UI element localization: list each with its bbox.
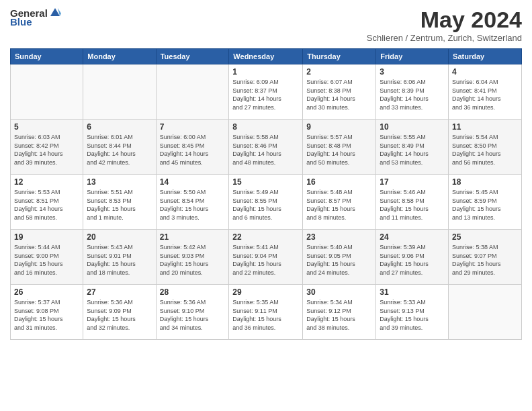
main-title: May 2024 — [367, 7, 522, 33]
table-row: 1Sunrise: 6:09 AM Sunset: 8:37 PM Daylig… — [229, 64, 303, 120]
table-row: 15Sunrise: 5:49 AM Sunset: 8:55 PM Dayli… — [229, 175, 303, 230]
table-row: 31Sunrise: 5:33 AM Sunset: 9:13 PM Dayli… — [376, 285, 449, 340]
day-info: Sunrise: 5:42 AM Sunset: 9:03 PM Dayligh… — [160, 243, 226, 277]
table-row: 13Sunrise: 5:51 AM Sunset: 8:53 PM Dayli… — [83, 175, 156, 230]
day-number: 2 — [306, 67, 372, 77]
day-number: 26 — [14, 287, 79, 297]
day-info: Sunrise: 5:36 AM Sunset: 9:10 PM Dayligh… — [160, 298, 226, 332]
header: General Blue May 2024 Schlieren / Zentru… — [10, 7, 522, 43]
table-row: 4Sunrise: 6:04 AM Sunset: 8:41 PM Daylig… — [449, 64, 522, 120]
day-info: Sunrise: 5:46 AM Sunset: 8:58 PM Dayligh… — [380, 188, 445, 222]
table-row — [83, 64, 156, 120]
day-info: Sunrise: 5:39 AM Sunset: 9:06 PM Dayligh… — [380, 243, 445, 277]
day-info: Sunrise: 6:03 AM Sunset: 8:42 PM Dayligh… — [14, 133, 79, 167]
day-number: 3 — [380, 67, 445, 77]
table-row: 12Sunrise: 5:53 AM Sunset: 8:51 PM Dayli… — [11, 175, 83, 230]
day-info: Sunrise: 5:40 AM Sunset: 9:05 PM Dayligh… — [306, 243, 372, 277]
day-info: Sunrise: 5:53 AM Sunset: 8:51 PM Dayligh… — [14, 188, 79, 222]
col-wednesday: Wednesday — [229, 49, 303, 64]
table-row: 26Sunrise: 5:37 AM Sunset: 9:08 PM Dayli… — [11, 285, 83, 340]
day-info: Sunrise: 6:04 AM Sunset: 8:41 PM Dayligh… — [452, 78, 518, 111]
table-row: 21Sunrise: 5:42 AM Sunset: 9:03 PM Dayli… — [156, 230, 229, 285]
day-info: Sunrise: 5:33 AM Sunset: 9:13 PM Dayligh… — [380, 298, 445, 332]
table-row — [156, 64, 229, 120]
table-row: 20Sunrise: 5:43 AM Sunset: 9:01 PM Dayli… — [83, 230, 156, 285]
table-row: 24Sunrise: 5:39 AM Sunset: 9:06 PM Dayli… — [376, 230, 449, 285]
table-row: 9Sunrise: 5:57 AM Sunset: 8:48 PM Daylig… — [303, 120, 376, 175]
day-number: 12 — [14, 177, 79, 187]
calendar-week-row: 26Sunrise: 5:37 AM Sunset: 9:08 PM Dayli… — [11, 285, 522, 340]
table-row: 16Sunrise: 5:48 AM Sunset: 8:57 PM Dayli… — [303, 175, 376, 230]
day-number: 7 — [160, 122, 226, 132]
calendar: Sunday Monday Tuesday Wednesday Thursday… — [10, 48, 522, 340]
day-info: Sunrise: 5:57 AM Sunset: 8:48 PM Dayligh… — [306, 133, 372, 167]
col-friday: Friday — [376, 49, 449, 64]
day-number: 20 — [87, 232, 152, 242]
day-number: 11 — [452, 122, 518, 132]
table-row: 14Sunrise: 5:50 AM Sunset: 8:54 PM Dayli… — [156, 175, 229, 230]
calendar-week-row: 5Sunrise: 6:03 AM Sunset: 8:42 PM Daylig… — [11, 120, 522, 175]
col-monday: Monday — [83, 49, 156, 64]
logo-blue: Blue — [10, 16, 32, 28]
day-number: 28 — [160, 287, 226, 297]
day-info: Sunrise: 5:34 AM Sunset: 9:12 PM Dayligh… — [306, 298, 372, 332]
table-row: 10Sunrise: 5:55 AM Sunset: 8:49 PM Dayli… — [376, 120, 449, 175]
table-row: 29Sunrise: 5:35 AM Sunset: 9:11 PM Dayli… — [229, 285, 303, 340]
day-number: 27 — [87, 287, 152, 297]
day-number: 10 — [380, 122, 445, 132]
day-number: 14 — [160, 177, 226, 187]
day-number: 29 — [232, 287, 299, 297]
col-sunday: Sunday — [11, 49, 83, 64]
day-info: Sunrise: 5:48 AM Sunset: 8:57 PM Dayligh… — [306, 188, 372, 222]
table-row: 2Sunrise: 6:07 AM Sunset: 8:38 PM Daylig… — [303, 64, 376, 120]
day-info: Sunrise: 5:55 AM Sunset: 8:49 PM Dayligh… — [380, 133, 445, 167]
day-number: 1 — [232, 67, 299, 77]
day-number: 16 — [306, 177, 372, 187]
table-row: 7Sunrise: 6:00 AM Sunset: 8:45 PM Daylig… — [156, 120, 229, 175]
day-number: 23 — [306, 232, 372, 242]
day-number: 21 — [160, 232, 226, 242]
day-number: 13 — [87, 177, 152, 187]
day-info: Sunrise: 5:45 AM Sunset: 8:59 PM Dayligh… — [452, 188, 518, 222]
table-row: 6Sunrise: 6:01 AM Sunset: 8:44 PM Daylig… — [83, 120, 156, 175]
day-number: 6 — [87, 122, 152, 132]
table-row: 17Sunrise: 5:46 AM Sunset: 8:58 PM Dayli… — [376, 175, 449, 230]
table-row: 3Sunrise: 6:06 AM Sunset: 8:39 PM Daylig… — [376, 64, 449, 120]
day-info: Sunrise: 5:44 AM Sunset: 9:00 PM Dayligh… — [14, 243, 79, 277]
page: General Blue May 2024 Schlieren / Zentru… — [0, 0, 532, 411]
day-info: Sunrise: 6:06 AM Sunset: 8:39 PM Dayligh… — [380, 78, 445, 111]
title-area: May 2024 Schlieren / Zentrum, Zurich, Sw… — [367, 7, 522, 43]
day-info: Sunrise: 5:38 AM Sunset: 9:07 PM Dayligh… — [452, 243, 518, 277]
calendar-week-row: 12Sunrise: 5:53 AM Sunset: 8:51 PM Dayli… — [11, 175, 522, 230]
table-row: 30Sunrise: 5:34 AM Sunset: 9:12 PM Dayli… — [303, 285, 376, 340]
day-number: 8 — [232, 122, 299, 132]
subtitle: Schlieren / Zentrum, Zurich, Switzerland — [367, 33, 522, 43]
day-info: Sunrise: 5:43 AM Sunset: 9:01 PM Dayligh… — [87, 243, 152, 277]
calendar-header-row: Sunday Monday Tuesday Wednesday Thursday… — [11, 49, 522, 64]
day-info: Sunrise: 6:01 AM Sunset: 8:44 PM Dayligh… — [87, 133, 152, 167]
calendar-week-row: 1Sunrise: 6:09 AM Sunset: 8:37 PM Daylig… — [11, 64, 522, 120]
day-number: 17 — [380, 177, 445, 187]
table-row: 28Sunrise: 5:36 AM Sunset: 9:10 PM Dayli… — [156, 285, 229, 340]
table-row: 19Sunrise: 5:44 AM Sunset: 9:00 PM Dayli… — [11, 230, 83, 285]
day-info: Sunrise: 6:07 AM Sunset: 8:38 PM Dayligh… — [306, 78, 372, 111]
day-info: Sunrise: 6:09 AM Sunset: 8:37 PM Dayligh… — [232, 78, 299, 111]
day-info: Sunrise: 5:54 AM Sunset: 8:50 PM Dayligh… — [452, 133, 518, 167]
day-info: Sunrise: 5:58 AM Sunset: 8:46 PM Dayligh… — [232, 133, 299, 167]
day-info: Sunrise: 5:35 AM Sunset: 9:11 PM Dayligh… — [232, 298, 299, 332]
day-info: Sunrise: 6:00 AM Sunset: 8:45 PM Dayligh… — [160, 133, 226, 167]
day-info: Sunrise: 5:51 AM Sunset: 8:53 PM Dayligh… — [87, 188, 152, 222]
table-row: 11Sunrise: 5:54 AM Sunset: 8:50 PM Dayli… — [449, 120, 522, 175]
day-number: 5 — [14, 122, 79, 132]
day-number: 30 — [306, 287, 372, 297]
col-tuesday: Tuesday — [156, 49, 229, 64]
table-row: 5Sunrise: 6:03 AM Sunset: 8:42 PM Daylig… — [11, 120, 83, 175]
day-number: 31 — [380, 287, 445, 297]
logo: General Blue — [10, 7, 61, 28]
day-number: 15 — [232, 177, 299, 187]
table-row — [449, 285, 522, 340]
table-row: 23Sunrise: 5:40 AM Sunset: 9:05 PM Dayli… — [303, 230, 376, 285]
table-row: 25Sunrise: 5:38 AM Sunset: 9:07 PM Dayli… — [449, 230, 522, 285]
day-info: Sunrise: 5:41 AM Sunset: 9:04 PM Dayligh… — [232, 243, 299, 277]
day-number: 22 — [232, 232, 299, 242]
